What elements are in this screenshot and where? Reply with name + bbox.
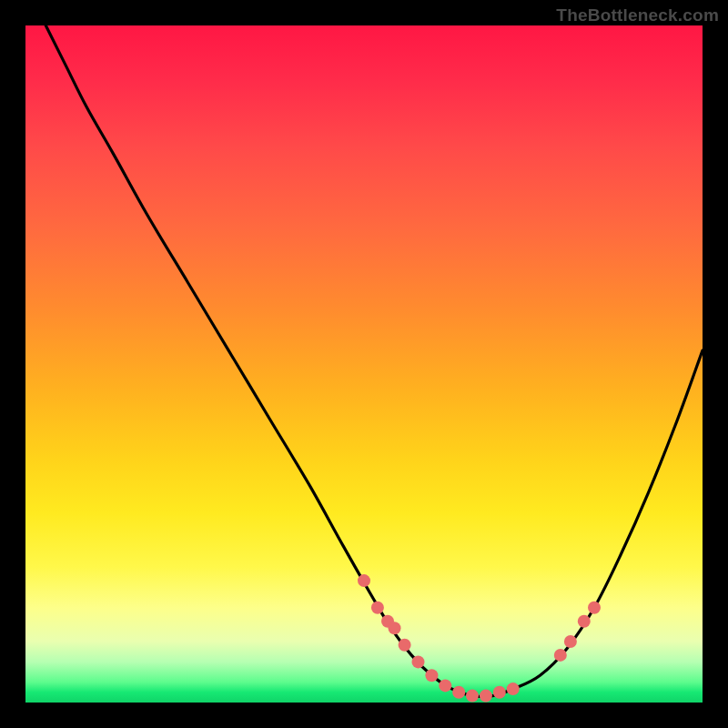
- curve-dot: [358, 574, 370, 587]
- curve-dot: [507, 682, 520, 695]
- bottleneck-curve: [46, 25, 703, 697]
- watermark-text: TheBottleneck.com: [556, 5, 719, 25]
- chart-stage: TheBottleneck.com: [0, 0, 728, 728]
- plot-frame: [25, 25, 703, 703]
- curve-dot: [452, 686, 465, 699]
- curve-dot: [412, 655, 425, 668]
- curve-dot: [439, 679, 451, 692]
- curve-dot: [371, 602, 384, 614]
- curve-dot: [588, 602, 601, 614]
- curve-dots: [358, 574, 601, 703]
- curve-dot: [399, 639, 411, 652]
- curve-dot: [493, 686, 506, 699]
- curve-dot: [389, 622, 401, 634]
- curve-dot: [564, 635, 577, 648]
- curve-dot: [480, 690, 492, 703]
- curve-dot: [578, 615, 591, 628]
- curve-layer: [25, 25, 703, 703]
- curve-dot: [554, 649, 567, 662]
- curve-dot: [466, 690, 479, 703]
- curve-dot: [425, 669, 438, 682]
